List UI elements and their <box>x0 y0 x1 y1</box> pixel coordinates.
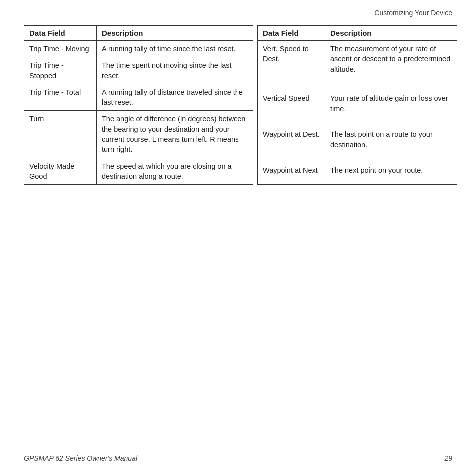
left-field-cell: Trip Time - Stopped <box>24 57 97 84</box>
left-table-row: TurnThe angle of difference (in degrees)… <box>24 111 253 158</box>
right-desc-cell: The measurement of your rate of ascent o… <box>325 41 457 90</box>
left-col1-header: Data Field <box>24 26 97 41</box>
left-desc-cell: A running tally of distance traveled sin… <box>97 84 253 111</box>
left-field-cell: Turn <box>24 111 97 158</box>
right-desc-cell: The next point on your route. <box>325 162 457 185</box>
left-desc-cell: The time spent not moving since the last… <box>97 57 253 84</box>
right-field-cell: Waypoint at Next <box>258 162 325 185</box>
right-table: Data Field Description Vert. Speed to De… <box>257 25 457 185</box>
left-table-row: Trip Time - StoppedThe time spent not mo… <box>24 57 253 84</box>
manual-title: GPSMAP 62 Series Owner's Manual <box>24 454 137 462</box>
page-header: Customizing Your Device <box>0 0 476 19</box>
right-desc-cell: Your rate of altitude gain or loss over … <box>325 90 457 126</box>
right-table-row: Vert. Speed to Dest.The measurement of y… <box>258 41 457 90</box>
left-field-cell: Velocity Made Good <box>24 158 97 185</box>
right-col2-header: Description <box>325 26 457 41</box>
right-table-row: Vertical SpeedYour rate of altitude gain… <box>258 90 457 126</box>
page-number: 29 <box>444 454 452 462</box>
right-field-cell: Waypoint at Dest. <box>258 126 325 162</box>
right-col1-header: Data Field <box>258 26 325 41</box>
left-table-row: Velocity Made GoodThe speed at which you… <box>24 158 253 185</box>
left-table-row: Trip Time - MovingA running tally of tim… <box>24 41 253 57</box>
left-table: Data Field Description Trip Time - Movin… <box>24 25 253 185</box>
left-table-row: Trip Time - TotalA running tally of dist… <box>24 84 253 111</box>
left-desc-cell: The speed at which you are closing on a … <box>97 158 253 185</box>
content-area: Data Field Description Trip Time - Movin… <box>0 19 476 195</box>
left-col2-header: Description <box>97 26 253 41</box>
right-desc-cell: The last point on a route to your destin… <box>325 126 457 162</box>
right-field-cell: Vert. Speed to Dest. <box>258 41 325 90</box>
header-title: Customizing Your Device <box>374 9 452 17</box>
right-field-cell: Vertical Speed <box>258 90 325 126</box>
right-table-row: Waypoint at NextThe next point on your r… <box>258 162 457 185</box>
right-table-row: Waypoint at Dest.The last point on a rou… <box>258 126 457 162</box>
left-desc-cell: The angle of difference (in degrees) bet… <box>97 111 253 158</box>
left-field-cell: Trip Time - Moving <box>24 41 97 57</box>
left-desc-cell: A running tally of time since the last r… <box>97 41 253 57</box>
page-footer: GPSMAP 62 Series Owner's Manual 29 <box>0 454 476 462</box>
left-field-cell: Trip Time - Total <box>24 84 97 111</box>
